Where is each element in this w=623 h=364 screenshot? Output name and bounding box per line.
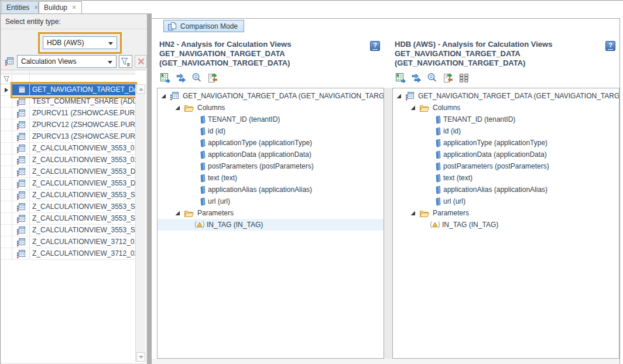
tree-node-group[interactable]: Parameters [158,207,384,219]
entity-list-item[interactable]: Z_CALCULATIONVIEW_3553_SCRIPT [1,225,135,236]
entity-table-icon [12,154,30,166]
entity-type-value: HDB (AWS) [47,39,84,47]
tree-expanded-icon[interactable] [175,105,180,111]
entity-table-icon [12,143,30,154]
transfer-arrows-icon[interactable] [410,72,422,84]
row-indicator [1,108,12,119]
entity-list-item[interactable]: ZPURCV12 (ZSHOWCASE.PURCHASIN [1,119,135,131]
entity-list-item[interactable]: Z_CALCULATIONVIEW_3712_01 (ZSF [1,236,135,248]
compare-sync-icon[interactable] [207,72,218,84]
tree-node-pitem[interactable]: IN_TAG (IN_TAG) [158,219,384,231]
tree-node-item[interactable]: postParameters (postParameters) [158,160,384,172]
tree-node-label: applicationAlias (applicationAlias) [208,186,312,194]
panel-title-line: GET_NAVIGATION_TARGET_DATA [395,49,594,59]
tree-node-label: GET_NAVIGATION_TARGET_DATA (GET_NAVIGATI… [418,92,619,100]
help-icon[interactable]: ? [605,41,615,51]
row-indicator [1,143,12,154]
entity-type-dropdown[interactable]: HDB (AWS) [43,36,117,49]
sidebar-splitter[interactable] [147,13,152,364]
entity-list-item[interactable]: Z_CALCULATIONVIEW_3553_02 (ZSF [1,154,135,166]
panel-splitter[interactable] [384,88,392,359]
column-grid-icon[interactable] [458,72,470,84]
tree-node-pitem[interactable]: IN_TAG (IN_TAG) [393,219,619,231]
entity-name: Z_CALCULATIONVIEW_3553_DIRECT [30,166,135,177]
tree-node-root[interactable]: GET_NAVIGATION_TARGET_DATA (GET_NAVIGATI… [393,90,619,102]
tree-node-group[interactable]: Columns [158,102,384,114]
tree-node-item[interactable]: url (url) [393,195,619,207]
tree-expanded-icon[interactable] [175,211,180,216]
tab-close-icon[interactable]: × [34,4,38,11]
tree-node-group[interactable]: Columns [393,102,619,114]
panel-title-line: HDB (AWS) - Analysis for Calculation Vie… [395,40,594,49]
tree-node-item[interactable]: id (id) [393,125,619,137]
tree-expanded-icon[interactable] [161,94,166,99]
tab-entities[interactable]: Entities × [1,1,39,13]
column-leaf-icon [434,162,441,171]
tree-expanded-icon[interactable] [410,105,416,111]
tree-node-item[interactable]: text (text) [393,172,619,184]
tree-node-item[interactable]: applicationType (applicationType) [158,137,384,149]
tree-expanded-icon[interactable] [410,211,416,216]
tree-node-group[interactable]: Parameters [393,207,619,219]
entity-list-item[interactable]: GET_NAVIGATION_TARGET_DATA (s [1,84,135,96]
application-window: Entities × Buildup × × Select entity typ… [0,0,623,364]
entity-name: Z_CALCULATIONVIEW_3712_02 (ZSF [30,248,135,259]
entity-list-item[interactable]: Z_CALCULATIONVIEW_3712_02 (ZSF [1,248,135,260]
export-excel-icon[interactable] [159,72,171,84]
zoom-fit-icon[interactable] [191,72,203,84]
tree-node-item[interactable]: applicationAlias (applicationAlias) [393,184,619,195]
scroll-down-button[interactable] [136,352,145,362]
transfer-arrows-icon[interactable] [175,72,187,84]
entity-list-item[interactable]: Z_CALCULATIONVIEW_3553_SCRIPT [1,190,135,201]
entity-list-item[interactable]: Z_CALCULATIONVIEW_3553_SCRIPT [1,201,135,213]
comparison-mode-button[interactable]: Comparison Mode [163,20,244,32]
tree-node-item[interactable]: TENANT_ID (tenantID) [393,114,619,125]
export-excel-icon[interactable] [395,72,406,84]
tree-node-item[interactable]: applicationData (applicationData) [158,149,384,160]
entity-name: Z_CALCULATIONVIEW_3553_02 (ZSF [30,154,135,166]
entity-kind-icon [5,57,15,67]
tree-node-root[interactable]: GET_NAVIGATION_TARGET_DATA (GET_NAVIGATI… [158,90,384,102]
tree-node-item[interactable]: applicationType (applicationType) [393,137,619,149]
column-leaf-icon [434,139,441,147]
tree-node-label: Columns [197,104,225,112]
entity-list-item[interactable]: Z_CALCULATIONVIEW_3553_01 (ZSF [1,143,135,154]
row-indicator [1,84,12,95]
parameter-icon [429,221,441,229]
tree-node-item[interactable]: applicationAlias (applicationAlias) [158,184,384,195]
scroll-up-button[interactable] [136,84,145,94]
tab-close-icon[interactable]: × [72,4,76,11]
entity-table-icon [12,201,30,212]
tree-node-item[interactable]: text (text) [158,172,384,184]
tab-buildup[interactable]: Buildup × [39,1,82,13]
help-icon[interactable]: ? [370,41,380,51]
entity-kind-dropdown[interactable]: Calculation Views [17,55,117,68]
entity-list-item[interactable]: ZPURCV11 (ZSHOWCASE.PURCHASIN [1,108,135,119]
entity-list-item[interactable]: ZPURCV13 (ZSHOWCASE.PURCHASIN [1,131,135,143]
entity-list-item[interactable]: TEST_COMMENT_SHARE (ADUERRST [1,96,135,108]
entity-list-item[interactable]: Z_CALCULATIONVIEW_3553_SCRIPT [1,213,135,225]
row-indicator [1,213,12,224]
clear-filter-button[interactable] [135,55,147,68]
tree-node-item[interactable]: url (url) [158,195,384,207]
entity-table-icon [12,131,30,142]
compare-sync-icon[interactable] [442,72,454,84]
entity-kind-value: Calculation Views [21,57,77,66]
tree-node-item[interactable]: TENANT_ID (tenantID) [158,114,384,125]
panel-title: HN2 - Analysis for Calculation ViewsGET_… [159,40,358,68]
entity-table-icon [12,225,30,236]
tree-expanded-icon[interactable] [396,94,402,99]
zoom-fit-icon[interactable] [426,72,438,84]
column-leaf-icon [199,186,206,194]
filter-button[interactable] [119,55,132,68]
row-indicator [1,236,12,248]
entity-list-item[interactable]: Z_CALCULATIONVIEW_3553_DIRECT [1,166,135,178]
entity-list-item[interactable]: Z_CALCULATIONVIEW_3553_DIRECT [1,178,135,190]
grid-filter-row[interactable] [1,74,135,84]
entity-name: GET_NAVIGATION_TARGET_DATA (s [30,84,135,95]
tree-node-item[interactable]: applicationData (applicationData) [393,149,619,160]
tree-node-item[interactable]: id (id) [158,125,384,137]
entity-list-scrollbar[interactable] [135,84,145,362]
tree-node-item[interactable]: postParameters (postParameters) [393,160,619,172]
panel-title-line: (GET_NAVIGATION_TARGET_DATA) [159,59,358,68]
